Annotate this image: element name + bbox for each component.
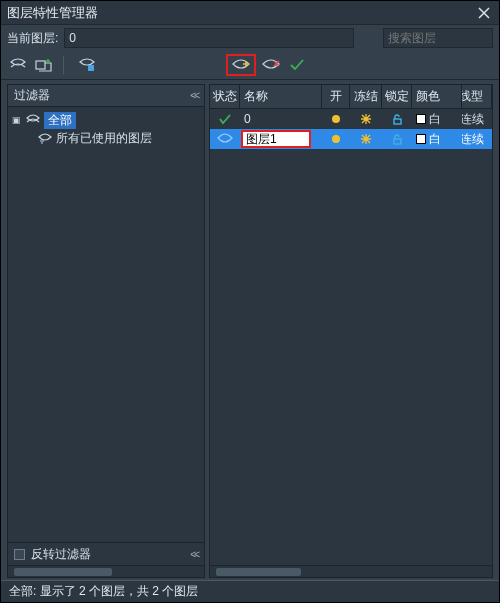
new-layer-button[interactable] [230, 54, 252, 76]
sun-icon [330, 113, 342, 125]
freeze-cell[interactable] [350, 129, 382, 149]
header-name[interactable]: 名称 [240, 85, 322, 108]
on-cell[interactable] [322, 129, 350, 149]
filters-tree: ▣ 全部 所有已使用的图层 [8, 107, 204, 542]
state-cell [210, 109, 240, 129]
svg-point-7 [365, 138, 368, 141]
new-group-filter-button[interactable] [33, 54, 55, 76]
grid-body: 0 白 连续 [210, 109, 492, 565]
status-bar: 全部: 显示了 2 个图层，共 2 个图层 [1, 580, 499, 602]
lock-cell[interactable] [382, 109, 412, 129]
sun-icon [330, 133, 342, 145]
current-layer-bar: 当前图层: 0 [1, 25, 499, 51]
current-layer-label: 当前图层: [7, 30, 58, 47]
tree-child-label: 所有已使用的图层 [56, 130, 152, 147]
invert-filter-row[interactable]: 反转过滤器 << [8, 543, 204, 565]
body: 过滤器 << ▣ 全部 所有已使用的图层 [1, 79, 499, 580]
layer-row[interactable]: 白 连续 [210, 129, 492, 149]
on-cell[interactable] [322, 109, 350, 129]
close-button[interactable] [475, 4, 493, 22]
tree-toggle-icon[interactable]: ▣ [12, 115, 22, 125]
toolbar [1, 51, 499, 79]
lock-cell[interactable] [382, 129, 412, 149]
close-icon [478, 7, 490, 19]
header-linetype[interactable]: 线型 [462, 85, 492, 108]
svg-rect-1 [36, 61, 45, 69]
filters-footer: 反转过滤器 << [8, 542, 204, 577]
layer-row[interactable]: 0 白 连续 [210, 109, 492, 129]
layers-grid: 状态 名称 开 冻结 锁定 颜色 线型 0 [209, 84, 493, 578]
delete-layer-button[interactable] [260, 54, 282, 76]
name-cell[interactable]: 0 [240, 109, 322, 129]
header-state[interactable]: 状态 [210, 85, 240, 108]
header-lock[interactable]: 锁定 [382, 85, 412, 108]
status-text: 全部: 显示了 2 个图层，共 2 个图层 [9, 583, 198, 600]
titlebar: 图层特性管理器 [1, 1, 499, 25]
grid-hscroll[interactable] [210, 565, 492, 577]
color-swatch [416, 114, 426, 124]
color-swatch [416, 134, 426, 144]
unlock-icon [391, 113, 403, 125]
color-name: 白 [429, 111, 441, 128]
unlock-icon [391, 133, 403, 145]
set-current-button[interactable] [286, 54, 308, 76]
svg-rect-5 [394, 119, 401, 124]
collapse-icon[interactable]: << [190, 90, 198, 101]
svg-rect-2 [88, 65, 94, 71]
linetype-cell[interactable]: 连续 [462, 109, 492, 129]
tree-row-used[interactable]: 所有已使用的图层 [12, 129, 200, 147]
search-input[interactable] [384, 31, 500, 45]
layers-icon [26, 113, 40, 127]
layer-name-input[interactable] [241, 130, 311, 148]
snowflake-icon [360, 133, 372, 145]
linetype-cell[interactable]: 连续 [462, 129, 492, 149]
tree-row-all[interactable]: ▣ 全部 [12, 111, 200, 129]
name-cell[interactable] [240, 129, 322, 149]
header-on[interactable]: 开 [322, 85, 350, 108]
filters-hscroll[interactable] [8, 565, 204, 577]
filters-header-label: 过滤器 [14, 87, 190, 104]
invert-filter-label: 反转过滤器 [31, 546, 91, 563]
color-cell[interactable]: 白 [412, 129, 462, 149]
freeze-cell[interactable] [350, 109, 382, 129]
new-layer-highlight [226, 54, 256, 76]
window-title: 图层特性管理器 [7, 4, 475, 22]
layer-states-button[interactable] [76, 54, 98, 76]
svg-rect-8 [394, 139, 401, 144]
current-layer-value: 0 [64, 28, 354, 48]
filters-panel: 过滤器 << ▣ 全部 所有已使用的图层 [7, 84, 205, 578]
grid-headers: 状态 名称 开 冻结 锁定 颜色 线型 [210, 85, 492, 109]
used-layers-icon [38, 131, 52, 145]
layer-row-icon [217, 133, 233, 145]
svg-point-4 [365, 118, 368, 121]
header-freeze[interactable]: 冻结 [350, 85, 382, 108]
tree-root-label: 全部 [44, 112, 76, 129]
invert-filter-checkbox[interactable] [14, 549, 25, 560]
filters-header: 过滤器 << [8, 85, 204, 107]
color-cell[interactable]: 白 [412, 109, 462, 129]
header-color[interactable]: 颜色 [412, 85, 462, 108]
color-name: 白 [429, 131, 441, 148]
search-layer-field[interactable] [383, 28, 493, 48]
snowflake-icon [360, 113, 372, 125]
svg-point-6 [332, 135, 340, 143]
state-cell [210, 129, 240, 149]
layer-properties-window: 图层特性管理器 当前图层: 0 [0, 0, 500, 603]
new-property-filter-button[interactable] [7, 54, 29, 76]
check-icon [218, 113, 232, 125]
collapse-footer-icon[interactable]: << [190, 549, 198, 560]
svg-point-3 [332, 115, 340, 123]
toolbar-divider [63, 56, 64, 74]
